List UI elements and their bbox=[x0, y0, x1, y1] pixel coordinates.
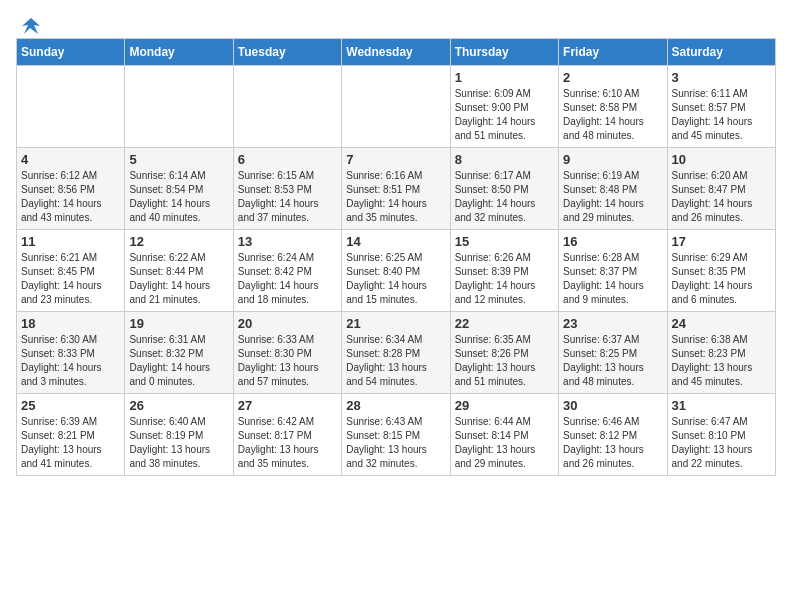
day-info: Sunrise: 6:29 AM Sunset: 8:35 PM Dayligh… bbox=[672, 251, 771, 307]
day-info: Sunrise: 6:17 AM Sunset: 8:50 PM Dayligh… bbox=[455, 169, 554, 225]
calendar-header-row: SundayMondayTuesdayWednesdayThursdayFrid… bbox=[17, 39, 776, 66]
day-info: Sunrise: 6:28 AM Sunset: 8:37 PM Dayligh… bbox=[563, 251, 662, 307]
calendar-cell bbox=[17, 66, 125, 148]
calendar-cell: 30Sunrise: 6:46 AM Sunset: 8:12 PM Dayli… bbox=[559, 394, 667, 476]
calendar-cell: 22Sunrise: 6:35 AM Sunset: 8:26 PM Dayli… bbox=[450, 312, 558, 394]
column-header-tuesday: Tuesday bbox=[233, 39, 341, 66]
calendar-cell: 4Sunrise: 6:12 AM Sunset: 8:56 PM Daylig… bbox=[17, 148, 125, 230]
day-number: 30 bbox=[563, 398, 662, 413]
day-info: Sunrise: 6:12 AM Sunset: 8:56 PM Dayligh… bbox=[21, 169, 120, 225]
column-header-monday: Monday bbox=[125, 39, 233, 66]
day-number: 5 bbox=[129, 152, 228, 167]
day-number: 21 bbox=[346, 316, 445, 331]
day-info: Sunrise: 6:11 AM Sunset: 8:57 PM Dayligh… bbox=[672, 87, 771, 143]
calendar-cell: 24Sunrise: 6:38 AM Sunset: 8:23 PM Dayli… bbox=[667, 312, 775, 394]
day-info: Sunrise: 6:10 AM Sunset: 8:58 PM Dayligh… bbox=[563, 87, 662, 143]
day-number: 27 bbox=[238, 398, 337, 413]
calendar-cell: 7Sunrise: 6:16 AM Sunset: 8:51 PM Daylig… bbox=[342, 148, 450, 230]
day-info: Sunrise: 6:16 AM Sunset: 8:51 PM Dayligh… bbox=[346, 169, 445, 225]
day-info: Sunrise: 6:20 AM Sunset: 8:47 PM Dayligh… bbox=[672, 169, 771, 225]
calendar-cell: 20Sunrise: 6:33 AM Sunset: 8:30 PM Dayli… bbox=[233, 312, 341, 394]
day-info: Sunrise: 6:34 AM Sunset: 8:28 PM Dayligh… bbox=[346, 333, 445, 389]
column-header-sunday: Sunday bbox=[17, 39, 125, 66]
day-info: Sunrise: 6:26 AM Sunset: 8:39 PM Dayligh… bbox=[455, 251, 554, 307]
day-number: 23 bbox=[563, 316, 662, 331]
calendar-cell: 28Sunrise: 6:43 AM Sunset: 8:15 PM Dayli… bbox=[342, 394, 450, 476]
calendar-cell: 14Sunrise: 6:25 AM Sunset: 8:40 PM Dayli… bbox=[342, 230, 450, 312]
day-number: 31 bbox=[672, 398, 771, 413]
calendar-cell bbox=[233, 66, 341, 148]
calendar-table: SundayMondayTuesdayWednesdayThursdayFrid… bbox=[16, 38, 776, 476]
day-number: 19 bbox=[129, 316, 228, 331]
day-info: Sunrise: 6:42 AM Sunset: 8:17 PM Dayligh… bbox=[238, 415, 337, 471]
day-number: 3 bbox=[672, 70, 771, 85]
day-info: Sunrise: 6:19 AM Sunset: 8:48 PM Dayligh… bbox=[563, 169, 662, 225]
day-number: 28 bbox=[346, 398, 445, 413]
calendar-cell: 10Sunrise: 6:20 AM Sunset: 8:47 PM Dayli… bbox=[667, 148, 775, 230]
day-number: 7 bbox=[346, 152, 445, 167]
calendar-cell: 1Sunrise: 6:09 AM Sunset: 9:00 PM Daylig… bbox=[450, 66, 558, 148]
day-info: Sunrise: 6:38 AM Sunset: 8:23 PM Dayligh… bbox=[672, 333, 771, 389]
day-info: Sunrise: 6:33 AM Sunset: 8:30 PM Dayligh… bbox=[238, 333, 337, 389]
day-number: 11 bbox=[21, 234, 120, 249]
day-number: 18 bbox=[21, 316, 120, 331]
day-info: Sunrise: 6:22 AM Sunset: 8:44 PM Dayligh… bbox=[129, 251, 228, 307]
calendar-week-3: 11Sunrise: 6:21 AM Sunset: 8:45 PM Dayli… bbox=[17, 230, 776, 312]
day-info: Sunrise: 6:25 AM Sunset: 8:40 PM Dayligh… bbox=[346, 251, 445, 307]
calendar-week-5: 25Sunrise: 6:39 AM Sunset: 8:21 PM Dayli… bbox=[17, 394, 776, 476]
day-info: Sunrise: 6:37 AM Sunset: 8:25 PM Dayligh… bbox=[563, 333, 662, 389]
calendar-cell: 23Sunrise: 6:37 AM Sunset: 8:25 PM Dayli… bbox=[559, 312, 667, 394]
day-number: 26 bbox=[129, 398, 228, 413]
page-header bbox=[16, 16, 776, 32]
calendar-cell: 18Sunrise: 6:30 AM Sunset: 8:33 PM Dayli… bbox=[17, 312, 125, 394]
logo-bird-icon bbox=[20, 16, 42, 38]
day-info: Sunrise: 6:47 AM Sunset: 8:10 PM Dayligh… bbox=[672, 415, 771, 471]
calendar-cell: 29Sunrise: 6:44 AM Sunset: 8:14 PM Dayli… bbox=[450, 394, 558, 476]
day-info: Sunrise: 6:31 AM Sunset: 8:32 PM Dayligh… bbox=[129, 333, 228, 389]
day-info: Sunrise: 6:44 AM Sunset: 8:14 PM Dayligh… bbox=[455, 415, 554, 471]
day-info: Sunrise: 6:40 AM Sunset: 8:19 PM Dayligh… bbox=[129, 415, 228, 471]
calendar-cell bbox=[125, 66, 233, 148]
calendar-cell: 6Sunrise: 6:15 AM Sunset: 8:53 PM Daylig… bbox=[233, 148, 341, 230]
day-number: 25 bbox=[21, 398, 120, 413]
calendar-cell bbox=[342, 66, 450, 148]
calendar-cell: 9Sunrise: 6:19 AM Sunset: 8:48 PM Daylig… bbox=[559, 148, 667, 230]
day-number: 9 bbox=[563, 152, 662, 167]
day-info: Sunrise: 6:46 AM Sunset: 8:12 PM Dayligh… bbox=[563, 415, 662, 471]
calendar-cell: 2Sunrise: 6:10 AM Sunset: 8:58 PM Daylig… bbox=[559, 66, 667, 148]
day-number: 22 bbox=[455, 316, 554, 331]
day-number: 8 bbox=[455, 152, 554, 167]
day-info: Sunrise: 6:21 AM Sunset: 8:45 PM Dayligh… bbox=[21, 251, 120, 307]
day-number: 6 bbox=[238, 152, 337, 167]
day-number: 1 bbox=[455, 70, 554, 85]
day-number: 13 bbox=[238, 234, 337, 249]
day-number: 14 bbox=[346, 234, 445, 249]
day-number: 15 bbox=[455, 234, 554, 249]
calendar-cell: 15Sunrise: 6:26 AM Sunset: 8:39 PM Dayli… bbox=[450, 230, 558, 312]
day-number: 24 bbox=[672, 316, 771, 331]
day-info: Sunrise: 6:09 AM Sunset: 9:00 PM Dayligh… bbox=[455, 87, 554, 143]
calendar-cell: 25Sunrise: 6:39 AM Sunset: 8:21 PM Dayli… bbox=[17, 394, 125, 476]
day-number: 20 bbox=[238, 316, 337, 331]
day-number: 12 bbox=[129, 234, 228, 249]
column-header-wednesday: Wednesday bbox=[342, 39, 450, 66]
day-number: 16 bbox=[563, 234, 662, 249]
calendar-cell: 16Sunrise: 6:28 AM Sunset: 8:37 PM Dayli… bbox=[559, 230, 667, 312]
column-header-thursday: Thursday bbox=[450, 39, 558, 66]
calendar-cell: 21Sunrise: 6:34 AM Sunset: 8:28 PM Dayli… bbox=[342, 312, 450, 394]
calendar-cell: 26Sunrise: 6:40 AM Sunset: 8:19 PM Dayli… bbox=[125, 394, 233, 476]
calendar-week-1: 1Sunrise: 6:09 AM Sunset: 9:00 PM Daylig… bbox=[17, 66, 776, 148]
calendar-cell: 11Sunrise: 6:21 AM Sunset: 8:45 PM Dayli… bbox=[17, 230, 125, 312]
day-info: Sunrise: 6:43 AM Sunset: 8:15 PM Dayligh… bbox=[346, 415, 445, 471]
calendar-week-4: 18Sunrise: 6:30 AM Sunset: 8:33 PM Dayli… bbox=[17, 312, 776, 394]
day-info: Sunrise: 6:24 AM Sunset: 8:42 PM Dayligh… bbox=[238, 251, 337, 307]
day-number: 10 bbox=[672, 152, 771, 167]
day-number: 17 bbox=[672, 234, 771, 249]
calendar-cell: 12Sunrise: 6:22 AM Sunset: 8:44 PM Dayli… bbox=[125, 230, 233, 312]
day-number: 4 bbox=[21, 152, 120, 167]
day-info: Sunrise: 6:30 AM Sunset: 8:33 PM Dayligh… bbox=[21, 333, 120, 389]
day-info: Sunrise: 6:14 AM Sunset: 8:54 PM Dayligh… bbox=[129, 169, 228, 225]
calendar-cell: 31Sunrise: 6:47 AM Sunset: 8:10 PM Dayli… bbox=[667, 394, 775, 476]
logo bbox=[16, 16, 42, 32]
calendar-cell: 5Sunrise: 6:14 AM Sunset: 8:54 PM Daylig… bbox=[125, 148, 233, 230]
